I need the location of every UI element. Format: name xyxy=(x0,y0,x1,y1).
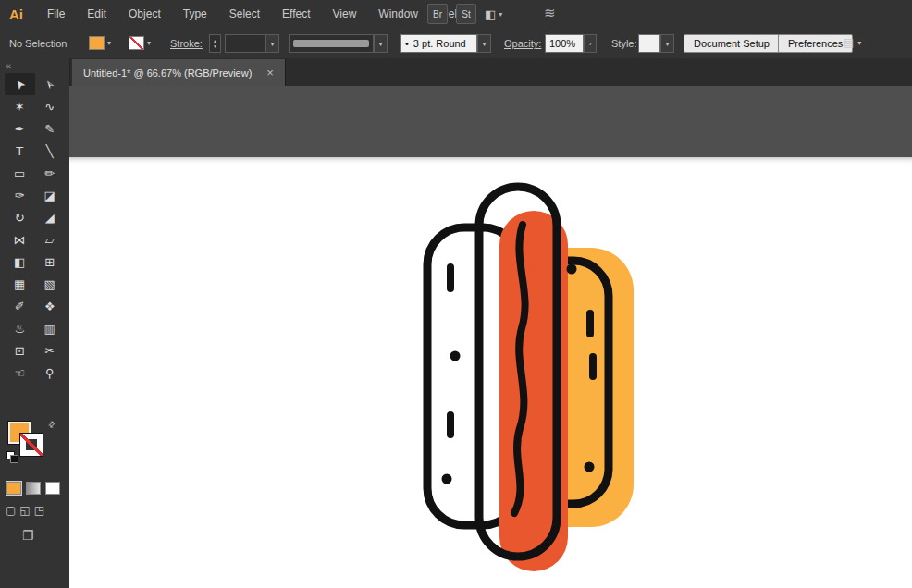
width-profile-dropdown-button[interactable]: ▾ xyxy=(374,34,388,53)
pencil-tool[interactable]: ✑ xyxy=(5,184,35,206)
opacity-options-button[interactable]: › xyxy=(584,34,597,53)
rectangle-icon: ▭ xyxy=(14,166,25,180)
magic-wand-tool[interactable]: ✶ xyxy=(5,95,35,117)
mesh-icon: ▦ xyxy=(14,277,25,291)
none-slash-icon xyxy=(20,434,43,456)
pen-icon: ✒ xyxy=(15,122,25,136)
width-tool[interactable]: ⋈ xyxy=(5,228,35,251)
screen-mode-icon[interactable]: ❐ xyxy=(22,528,34,543)
rotate-icon: ↻ xyxy=(15,211,25,225)
line-segment-tool[interactable]: ╲ xyxy=(35,140,66,162)
perspective-grid-icon: ⊞ xyxy=(44,255,55,269)
menu-select[interactable]: Select xyxy=(218,0,271,28)
gradient-tool[interactable]: ▧ xyxy=(35,273,66,295)
none-button[interactable] xyxy=(45,482,60,495)
hot-dog-artwork[interactable] xyxy=(69,86,912,588)
zoom-tool[interactable]: ⚲ xyxy=(35,361,66,384)
workspace-switcher[interactable]: ◧ ▾ xyxy=(485,7,502,21)
stroke-weight-stepper[interactable]: ▲ ▼ xyxy=(209,34,221,53)
perspective-grid-tool[interactable]: ⊞ xyxy=(35,251,66,273)
free-transform-icon: ▱ xyxy=(45,233,55,247)
scale-tool[interactable]: ◢ xyxy=(35,206,66,228)
blend-tool[interactable]: ❖ xyxy=(35,295,66,317)
eyedropper-icon: ✐ xyxy=(15,300,25,313)
menu-object[interactable]: Object xyxy=(117,0,172,28)
eraser-tool[interactable]: ◪ xyxy=(35,184,66,206)
hand-tool[interactable]: ☜ xyxy=(5,361,35,384)
width-profile-field[interactable] xyxy=(289,34,374,53)
style-label: Style: xyxy=(611,38,637,49)
type-tool[interactable]: T xyxy=(5,140,35,162)
menu-edit[interactable]: Edit xyxy=(76,0,117,28)
stepper-down-icon[interactable]: ▼ xyxy=(213,43,217,49)
garnish-dot[interactable] xyxy=(567,264,577,275)
garnish-dot[interactable] xyxy=(585,462,595,472)
symbol-sprayer-tool[interactable]: ♨ xyxy=(5,317,35,339)
drawing-modes: ▢◱◳ xyxy=(6,504,44,517)
artboard-icon: ⊡ xyxy=(15,344,25,358)
stroke-weight-field[interactable] xyxy=(225,34,265,53)
eyedropper-tool[interactable]: ✐ xyxy=(5,295,35,317)
arrange-documents-control[interactable]: ▤ ▾ xyxy=(844,36,861,49)
swap-fill-stroke-icon[interactable]: ⇄ xyxy=(46,419,57,430)
opacity-input[interactable] xyxy=(545,34,584,53)
menu-effect[interactable]: Effect xyxy=(271,0,321,28)
gradient-icon: ▧ xyxy=(44,277,55,291)
document-setup-button[interactable]: Document Setup xyxy=(684,34,780,53)
shape-builder-tool[interactable]: ◧ xyxy=(5,251,35,273)
garnish-dot[interactable] xyxy=(442,474,452,484)
brush-dropdown-button[interactable]: ▾ xyxy=(477,34,491,53)
rectangle-tool[interactable]: ▭ xyxy=(5,162,35,184)
app-logo[interactable]: Ai xyxy=(9,6,23,22)
column-graph-tool[interactable]: ▥ xyxy=(35,317,66,339)
direct-selection-tool[interactable]: ➣ xyxy=(35,73,66,95)
brush-definition-field[interactable]: • 3 pt. Round xyxy=(400,34,477,53)
color-button[interactable] xyxy=(6,482,21,495)
mesh-tool[interactable]: ▦ xyxy=(5,273,35,295)
close-icon[interactable]: × xyxy=(266,66,274,80)
bridge-button[interactable]: Br xyxy=(427,4,448,24)
default-fill-stroke-icon[interactable] xyxy=(6,451,18,463)
menu-file[interactable]: File xyxy=(36,0,76,28)
collapse-panel-icon[interactable]: « xyxy=(0,58,69,72)
hand-icon: ☜ xyxy=(14,366,25,380)
pen-tool[interactable]: ✒ xyxy=(5,117,35,140)
preferences-button[interactable]: Preferences xyxy=(778,34,853,53)
line-segment-icon: ╲ xyxy=(46,144,54,158)
gesture-icon[interactable]: ≋ xyxy=(544,5,556,21)
opacity-panel-link[interactable]: Opacity: xyxy=(504,38,541,49)
selection-tool[interactable]: ➤ xyxy=(5,73,35,95)
style-dropdown-button[interactable]: ▾ xyxy=(660,34,674,53)
stroke-panel-link[interactable]: Stroke: xyxy=(170,38,203,49)
stroke-weight-dropdown-button[interactable]: ▾ xyxy=(265,34,279,53)
menu-type[interactable]: Type xyxy=(172,0,218,28)
gradient-button[interactable] xyxy=(26,482,41,495)
draw-behind-icon[interactable]: ◱ xyxy=(19,504,30,517)
menu-view[interactable]: View xyxy=(322,0,368,28)
symbol-sprayer-icon: ♨ xyxy=(14,322,25,336)
width-profile-preview xyxy=(293,40,369,47)
chevron-down-icon: ▾ xyxy=(665,40,669,48)
menu-window[interactable]: Window xyxy=(367,0,429,28)
slice-tool[interactable]: ✂ xyxy=(35,339,66,361)
rotate-tool[interactable]: ↻ xyxy=(5,206,35,228)
fill-color-dropdown[interactable]: ▾ xyxy=(89,36,111,50)
blend-icon: ❖ xyxy=(44,300,55,313)
stroke-color-dropdown[interactable]: ▾ xyxy=(129,36,151,50)
document-tab[interactable]: Untitled-1* @ 66.67% (RGB/Preview) × xyxy=(72,59,286,86)
style-field[interactable] xyxy=(638,34,660,53)
canvas-pasteboard[interactable] xyxy=(69,86,912,588)
curvature-tool[interactable]: ✎ xyxy=(35,117,66,140)
stroke-proxy-swatch[interactable] xyxy=(19,433,43,457)
chevron-down-icon: ▾ xyxy=(857,39,861,47)
garnish-dot[interactable] xyxy=(450,351,461,361)
free-transform-tool[interactable]: ▱ xyxy=(35,228,66,251)
draw-normal-icon[interactable]: ▢ xyxy=(6,504,16,517)
stock-button[interactable]: St xyxy=(456,4,476,24)
illustrator-window: Ai FileEditObjectTypeSelectEffectViewWin… xyxy=(0,0,912,588)
artboard-tool[interactable]: ⊡ xyxy=(5,339,35,361)
draw-inside-icon[interactable]: ◳ xyxy=(34,504,44,517)
shape-builder-icon: ◧ xyxy=(14,255,25,269)
paintbrush-tool[interactable]: ✏ xyxy=(35,162,66,184)
lasso-tool[interactable]: ∿ xyxy=(35,95,66,117)
